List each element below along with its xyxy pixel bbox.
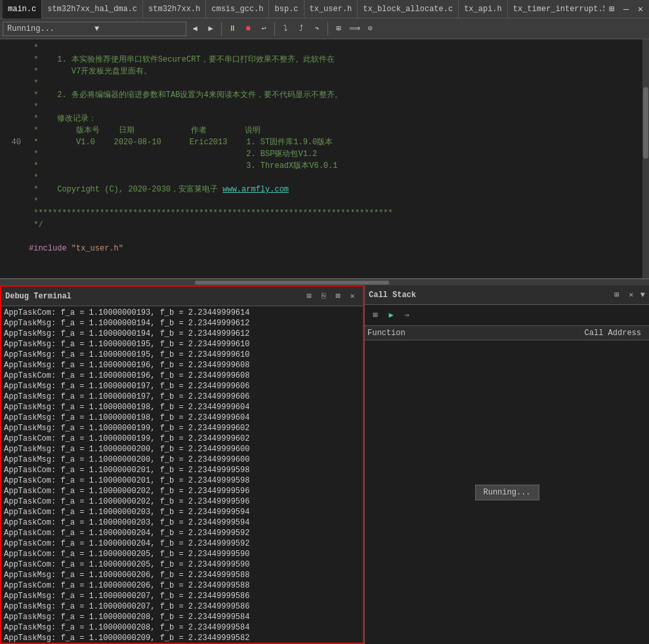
editor-line: * 修改记录： <box>0 113 649 125</box>
editor-line: * Copyright (C), 2020-2030，安富莱电子 www.arm… <box>0 184 649 195</box>
stop-btn[interactable]: ■ <box>241 22 255 36</box>
debug-btn-1[interactable]: ⊞ <box>303 290 316 303</box>
editor-line: * 1. 本实验推荐使用串口软件SecureCRT，要不串口打印效果不整齐。此软… <box>0 54 649 66</box>
status-text: Running... <box>7 24 94 33</box>
step-btn-2[interactable]: ⤴ <box>294 22 308 36</box>
step-btn-3[interactable]: ↷ <box>310 22 324 36</box>
toolbar-separator-2 <box>274 22 275 35</box>
debug-line: AppTaskMsg: f_a = 1.10000000206, f_b = 2… <box>4 570 360 580</box>
editor-line: * 版本号 日期 作者 说明 <box>0 125 649 136</box>
debug-line: AppTaskCom: f_a = 1.10000000201, f_b = 2… <box>4 475 360 486</box>
callstack-title: Call Stack <box>369 291 416 300</box>
debug-line: AppTaskCom: f_a = 1.10000000203, f_b = 2… <box>4 507 360 517</box>
debug-line: AppTaskMsg: f_a = 1.10000000196, f_b = 2… <box>4 360 360 371</box>
nav-back-btn[interactable]: ◀ <box>188 22 202 36</box>
tab-stm32h7xx-hal-dma-c[interactable]: stm32h7xx_hal_dma.c <box>42 0 143 18</box>
editor-line: ****************************************… <box>0 207 649 219</box>
toolbar-separator-1 <box>221 22 222 35</box>
callstack-running-label: Running... <box>474 485 539 500</box>
line-content: * <box>26 195 38 207</box>
line-number: 40 <box>0 136 26 148</box>
debug-content[interactable]: AppTaskCom: f_a = 1.10000000193, f_b = 2… <box>1 306 363 643</box>
tab-cmsis-gcc-h[interactable]: cmsis_gcc.h <box>206 0 269 18</box>
editor-hscrollbar[interactable] <box>0 279 649 285</box>
debug-line: AppTaskCom: f_a = 1.10000000193, f_b = 2… <box>4 308 360 318</box>
line-content: */ <box>26 219 43 231</box>
line-number <box>0 231 26 243</box>
callstack-header: Call Stack ⊞ ✕ ▼ <box>365 285 649 305</box>
debug-close-btn[interactable]: ✕ <box>346 290 359 303</box>
debug-line: AppTaskMsg: f_a = 1.10000000194, f_b = 2… <box>4 318 360 329</box>
tab-bsp-c[interactable]: bsp.c <box>269 0 304 18</box>
tab-stm32h7xx-h[interactable]: stm32h7xx.h <box>143 0 206 18</box>
debug-terminal-header-btns: ⊞ ⎘ ⊠ ✕ <box>303 290 359 303</box>
debug-line: AppTaskCom: f_a = 1.10000000205, f_b = 2… <box>4 559 360 570</box>
debug-line: AppTaskMsg: f_a = 1.10000000200, f_b = 2… <box>4 444 360 454</box>
callstack-chevron[interactable]: ▼ <box>640 291 645 300</box>
callstack-close-btn[interactable]: ✕ <box>625 289 638 302</box>
line-number <box>0 243 26 254</box>
tab-tx-block-allocate-c[interactable]: tx_block_allocate.c <box>358 0 459 18</box>
line-number <box>0 195 26 207</box>
tab-tx-user-h[interactable]: tx_user.h <box>304 0 358 18</box>
view-btn-3[interactable]: ⊙ <box>363 22 377 36</box>
line-content: * 2. BSP驱动包V1.2 <box>26 148 317 160</box>
view-btn-1[interactable]: ⊞ <box>331 22 346 36</box>
editor-content[interactable]: * * 1. 本实验推荐使用串口软件SecureCRT，要不串口打印效果不整齐。… <box>0 39 649 278</box>
toolbar: Running... ▼ ◀ ▶ ⏸ ■ ↩ ⤵ ⤴ ↷ ⊞ ⟹ ⊙ <box>0 18 649 39</box>
debug-line: AppTaskCom: f_a = 1.10000000202, f_b = 2… <box>4 496 360 507</box>
editor-vscrollbar[interactable] <box>642 39 649 278</box>
line-number <box>0 54 26 66</box>
debug-line: AppTaskMsg: f_a = 1.10000000195, f_b = 2… <box>4 339 360 350</box>
editor-line: * <box>0 101 649 113</box>
debug-line: AppTaskCom: f_a = 1.10000000204, f_b = 2… <box>4 528 360 538</box>
debug-btn-2[interactable]: ⎘ <box>317 290 330 303</box>
line-content: #include "tx_user.h" <box>26 243 123 254</box>
line-content: * <box>26 101 38 113</box>
line-content: * 2. 务必将编编器的缩进参数和TAB设置为4来阅读本文件，要不代码显示不整齐… <box>26 89 343 101</box>
debug-line: AppTaskCom: f_a = 1.10000000204, f_b = 2… <box>4 538 360 549</box>
tab-tx-timer-interrupt-S[interactable]: tx_timer_interrupt.S <box>508 0 604 18</box>
line-content: * 版本号 日期 作者 说明 <box>26 125 261 136</box>
line-number <box>0 113 26 125</box>
debug-line: AppTaskMsg: f_a = 1.10000000198, f_b = 2… <box>4 413 360 423</box>
editor-area: * * 1. 本实验推荐使用串口软件SecureCRT，要不串口打印效果不整齐。… <box>0 39 649 279</box>
line-content: * Copyright (C), 2020-2030，安富莱电子 www.arm… <box>26 184 289 195</box>
debug-line: AppTaskCom: f_a = 1.10000000196, f_b = 2… <box>4 371 360 381</box>
reset-btn[interactable]: ↩ <box>257 22 271 36</box>
editor-line: * 2. 务必将编编器的缩进参数和TAB设置为4来阅读本文件，要不代码显示不整齐… <box>0 89 649 101</box>
callstack-tool-1[interactable]: ⊞ <box>369 309 382 322</box>
editor-line: */ <box>0 219 649 231</box>
pause-btn[interactable]: ⏸ <box>225 22 240 36</box>
debug-line: AppTaskCom: f_a = 1.10000000206, f_b = 2… <box>4 580 360 591</box>
debug-line: AppTaskCom: f_a = 1.10000000201, f_b = 2… <box>4 465 360 475</box>
callstack-tool-3[interactable]: ⇒ <box>400 309 413 322</box>
editor-vscrollbar-thumb[interactable] <box>643 87 648 159</box>
window-icon-btn[interactable]: ⊞ <box>606 3 618 15</box>
debug-line: AppTaskCom: f_a = 1.10000000203, f_b = 2… <box>4 517 360 528</box>
line-content: * 3. ThreadX版本V6.0.1 <box>26 160 337 172</box>
minimize-btn[interactable]: — <box>620 3 632 15</box>
line-number <box>0 101 26 113</box>
tab-main-c[interactable]: main.c <box>3 0 42 18</box>
toolbar-separator-3 <box>327 22 328 35</box>
view-btn-2[interactable]: ⟹ <box>347 22 362 36</box>
debug-terminal-header: Debug Terminal ⊞ ⎘ ⊠ ✕ <box>1 287 363 306</box>
status-dropdown[interactable]: Running... ▼ <box>3 22 186 36</box>
callstack-btn-1[interactable]: ⊞ <box>610 289 623 302</box>
hscrollbar-thumb[interactable] <box>195 281 390 285</box>
dropdown-arrow: ▼ <box>94 24 182 33</box>
hscrollbar-track[interactable] <box>0 281 649 285</box>
editor-line: 40 * V1.0 2020-08-10 Eric2013 1. ST固件库1.… <box>0 136 649 148</box>
editor-line: * <box>0 42 649 54</box>
step-btn-1[interactable]: ⤵ <box>278 22 293 36</box>
nav-forward-btn[interactable]: ▶ <box>203 22 218 36</box>
col-function-label: Function <box>367 329 581 338</box>
line-number <box>0 77 26 89</box>
debug-line: AppTaskMsg: f_a = 1.10000000199, f_b = 2… <box>4 423 360 433</box>
callstack-tool-2[interactable]: ▶ <box>385 309 398 322</box>
debug-line: AppTaskMsg: f_a = 1.10000000194, f_b = 2… <box>4 329 360 339</box>
close-window-btn[interactable]: ✕ <box>635 3 646 15</box>
debug-btn-3[interactable]: ⊠ <box>331 290 345 303</box>
tab-tx-api-h[interactable]: tx_api.h <box>459 0 508 18</box>
